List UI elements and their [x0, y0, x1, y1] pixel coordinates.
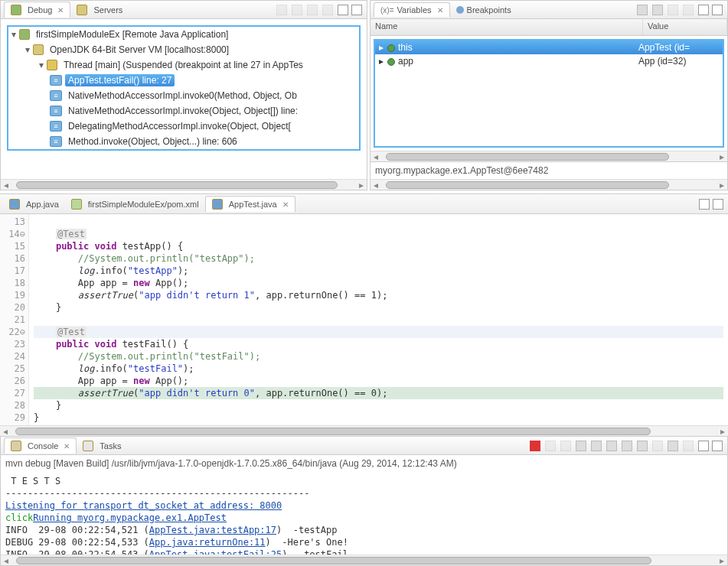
new-console-icon[interactable] [668, 441, 678, 451]
stack-frame[interactable]: ≡AppTest.testFail() line: 27 [8, 73, 359, 88]
frame-label: NativeMethodAccessorImpl.invoke(Object, … [65, 105, 301, 117]
stack-frame[interactable]: ≡NativeMethodAccessorImpl.invoke0(Method… [8, 88, 359, 103]
tab-debug[interactable]: Debug ✕ [4, 2, 70, 18]
display-icon[interactable] [622, 441, 632, 451]
maximize-icon[interactable] [712, 5, 723, 15]
hscrollbar[interactable]: ◂▸ [1, 179, 367, 190]
tab-label: Breakpoints [467, 5, 511, 15]
console-icon [11, 441, 21, 451]
tab-tasks[interactable]: Tasks [77, 438, 127, 454]
terminate-icon[interactable] [530, 441, 540, 451]
frame-label: DelegatingMethodAccessorImpl.invoke(Obje… [65, 120, 294, 132]
breakpoints-icon [456, 6, 464, 14]
vm-node[interactable]: OpenJDK 64-Bit Server VM [localhost:8000… [47, 44, 232, 56]
editor-tabbar: App.java firstSimpleModuleEx/pom.xml App… [0, 194, 728, 214]
console-view: Console✕ Tasks mvn debug [Maven Build] /… [0, 436, 728, 566]
tab-label: Debug [28, 5, 52, 15]
frame-label: AppTest.testFail() line: 27 [65, 74, 175, 86]
tab-servers[interactable]: Servers [70, 2, 129, 18]
dropdown-icon[interactable] [683, 441, 694, 451]
terminate-icon[interactable] [307, 5, 318, 15]
toolbar-icon[interactable] [652, 5, 663, 15]
minimize-icon[interactable] [699, 199, 710, 210]
debug-tree[interactable]: ▾firstSimpleModuleEx [Remote Java Applic… [1, 19, 367, 179]
tab-label: Console [28, 441, 58, 451]
tab-label: AppTest.java [229, 200, 277, 209]
variable-row[interactable]: ▸appApp (id=32) [375, 54, 723, 68]
thread-icon [47, 60, 57, 70]
hscrollbar[interactable]: ◂▸ [371, 151, 727, 161]
java-icon [9, 199, 20, 210]
frame-icon: ≡ [50, 106, 62, 116]
console-launch-label: mvn debug [Maven Build] /usr/lib/jvm/jav… [1, 455, 727, 472]
open-icon[interactable] [637, 441, 648, 451]
editor-area: App.java firstSimpleModuleEx/pom.xml App… [0, 194, 728, 436]
frame-icon: ≡ [50, 75, 62, 86]
editor-tab[interactable]: AppTest.java✕ [205, 196, 295, 212]
toolbar-icon[interactable] [668, 5, 678, 15]
frame-icon: ≡ [50, 136, 62, 147]
thread-node[interactable]: Thread [main] (Suspended (breakpoint at … [60, 59, 306, 71]
tab-label: Variables [397, 5, 432, 15]
editor-tab[interactable]: firstSimpleModuleEx/pom.xml [65, 197, 205, 212]
minimize-icon[interactable] [338, 5, 348, 15]
launch-config[interactable]: firstSimpleModuleEx [Remote Java Applica… [33, 28, 231, 41]
xml-icon [71, 199, 82, 210]
debug-view: Debug ✕ Servers ▾firstSimpleModuleEx [Re… [0, 0, 367, 190]
minimize-icon[interactable] [698, 441, 709, 451]
col-name[interactable]: Name [371, 19, 643, 35]
vars-header: Name Value [371, 19, 727, 36]
var-icon [387, 58, 395, 66]
minimize-icon[interactable] [698, 5, 709, 15]
tasks-icon [83, 441, 93, 451]
tab-label: App.java [26, 200, 59, 209]
bug-icon [11, 5, 21, 15]
suspend-icon[interactable] [292, 5, 302, 15]
stack-frame[interactable]: ≡Method.invoke(Object, Object...) line: … [8, 134, 359, 149]
remove-launch-icon[interactable] [545, 441, 556, 451]
tab-label: firstSimpleModuleEx/pom.xml [88, 200, 199, 209]
frame-label: Method.invoke(Object, Object...) line: 6… [65, 135, 240, 148]
menu-icon[interactable] [683, 5, 694, 15]
frame-label: NativeMethodAccessorImpl.invoke0(Method,… [65, 89, 300, 102]
hscrollbar[interactable]: ◂▸ [1, 555, 727, 565]
close-icon[interactable]: ✕ [437, 6, 443, 15]
close-icon[interactable]: ✕ [282, 200, 289, 209]
menu-icon[interactable] [322, 5, 333, 15]
tab-console[interactable]: Console✕ [4, 438, 77, 454]
code-editor[interactable]: @Test public void testApp() { //System.o… [29, 214, 728, 425]
close-icon[interactable]: ✕ [57, 6, 64, 15]
maximize-icon[interactable] [712, 441, 723, 451]
hscrollbar[interactable]: ◂▸ [0, 425, 728, 436]
stack-frame[interactable]: ≡DelegatingMethodAccessorImpl.invoke(Obj… [8, 119, 359, 134]
scroll-lock-icon[interactable] [576, 441, 586, 451]
tab-breakpoints[interactable]: Breakpoints [450, 3, 517, 17]
maximize-icon[interactable] [713, 199, 723, 210]
editor-tab[interactable]: App.java [3, 197, 65, 212]
var-detail: myorg.mypackage.ex1.AppTest@6ee7482 [371, 161, 727, 179]
vm-icon [33, 44, 44, 55]
clear-icon[interactable] [591, 441, 602, 451]
tab-label: Tasks [100, 441, 121, 451]
pin-icon[interactable] [606, 441, 617, 451]
variables-view: (x)= Variables ✕ Breakpoints Name Value … [370, 0, 728, 190]
variables-icon: (x)= [380, 6, 394, 15]
menu-icon[interactable] [652, 441, 663, 451]
tab-label: Servers [93, 5, 122, 15]
console-output[interactable]: T E S T S-------------------------------… [1, 472, 727, 555]
launch-icon [19, 29, 30, 40]
tab-variables[interactable]: (x)= Variables ✕ [374, 2, 450, 17]
resume-icon[interactable] [276, 5, 287, 15]
line-gutter[interactable]: 1314⊖1516171819202122⊖23242526272829 [0, 214, 29, 425]
frame-icon: ≡ [50, 90, 62, 101]
hscrollbar[interactable]: ◂▸ [371, 179, 727, 190]
close-icon[interactable]: ✕ [64, 442, 70, 451]
java-icon [212, 199, 223, 210]
variable-row[interactable]: ▸thisAppTest (id= [375, 41, 723, 54]
stack-frame[interactable]: ≡NativeMethodAccessorImpl.invoke(Object,… [8, 103, 359, 119]
frame-icon: ≡ [50, 121, 62, 132]
maximize-icon[interactable] [351, 5, 362, 15]
col-value[interactable]: Value [643, 19, 727, 35]
remove-all-icon[interactable] [560, 441, 571, 451]
toolbar-icon[interactable] [637, 5, 648, 15]
